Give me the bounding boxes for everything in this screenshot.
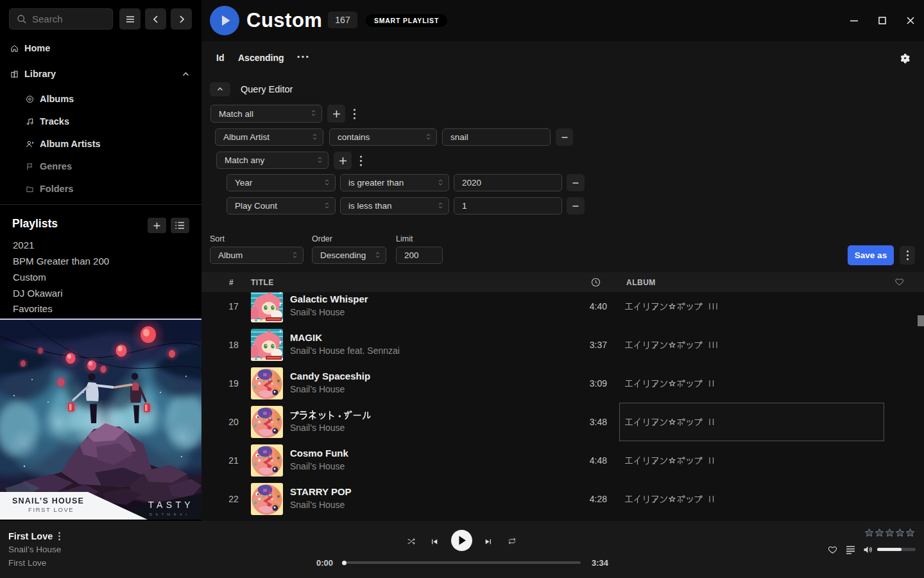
svg-text:SNAIL’S HOUSE: SNAIL’S HOUSE	[12, 496, 84, 505]
svg-text:BSTMRXI: BSTMRXI	[150, 512, 190, 516]
svg-text:FIRST LOVE: FIRST LOVE	[28, 506, 74, 513]
svg-text:TASTY: TASTY	[148, 500, 194, 510]
